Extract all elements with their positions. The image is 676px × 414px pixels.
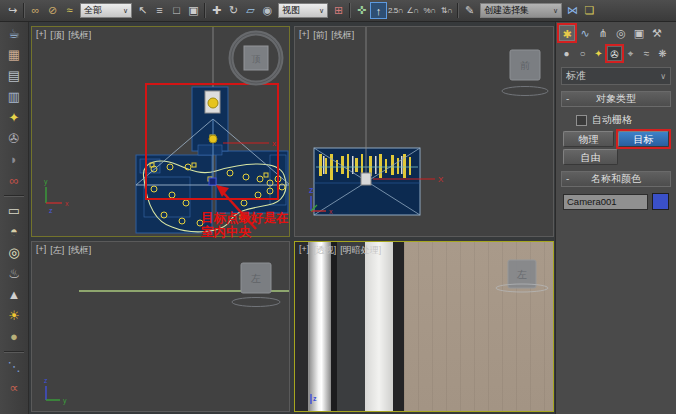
snaps-toggle-button[interactable]: ↑: [370, 2, 387, 19]
viewcube-top[interactable]: 顶: [231, 33, 281, 83]
viewport-view-button[interactable]: [前]: [313, 29, 327, 42]
red-binoculars-icon[interactable]: ∞: [3, 172, 25, 190]
dome-icon[interactable]: ◓: [3, 223, 25, 241]
svg-text:左: 左: [517, 269, 527, 280]
main-toolbar: ↪∞⊘≈全部∨↖≡□▣✚↻▱◉视图∨⊞✜↑2.5∩∠∩%∩⇅∩✎创建选择集∨⋈❏: [0, 0, 676, 22]
class-dropdown[interactable]: 标准 ∨: [561, 67, 671, 85]
viewport-menu-button[interactable]: [+]: [299, 244, 309, 257]
render-elements-icon[interactable]: ▥: [3, 88, 25, 106]
select-object-icon[interactable]: ↖: [134, 2, 151, 19]
object-color-swatch[interactable]: [652, 193, 669, 210]
render-teapot-icon[interactable]: ☕: [3, 25, 25, 43]
autogrid-label: 自动栅格: [592, 113, 632, 127]
svg-text:Z: Z: [309, 187, 314, 194]
render-setup-icon[interactable]: ▦: [3, 46, 25, 64]
select-move-icon[interactable]: ✚: [208, 2, 225, 19]
tab-hierarchy[interactable]: ⋔: [595, 25, 611, 41]
select-scale-icon[interactable]: ▱: [242, 2, 259, 19]
spinner-snap-icon[interactable]: ⇅∩: [438, 2, 455, 19]
mirror-icon[interactable]: ⋈: [564, 2, 581, 19]
named-selection-dropdown[interactable]: 创建选择集∨: [480, 3, 562, 18]
reference-coordinate-dropdown[interactable]: 视图∨: [278, 3, 328, 18]
select-place-icon[interactable]: ◉: [259, 2, 276, 19]
material-editor-icon[interactable]: ▤: [3, 67, 25, 85]
viewcube-left[interactable]: 左: [232, 263, 280, 307]
svg-text:y: y: [63, 397, 67, 405]
physical-camera-button[interactable]: 物理: [563, 131, 614, 147]
viewport-shading-button[interactable]: [线框]: [331, 29, 354, 42]
rollout-name-color-title: 名称和颜色: [591, 173, 641, 184]
category-lights[interactable]: ✦: [591, 46, 606, 61]
dark-sphere-icon[interactable]: ◗: [3, 151, 25, 169]
svg-text:z: z: [44, 377, 48, 384]
select-manipulate-icon[interactable]: ✜: [353, 2, 370, 19]
viewport-shading-button[interactable]: [线框]: [68, 29, 91, 42]
viewport-shading-button[interactable]: [线框]: [68, 244, 91, 257]
tab-motion[interactable]: ◎: [613, 25, 629, 41]
separator: [23, 3, 25, 18]
tab-utilities[interactable]: ⚒: [649, 25, 665, 41]
viewport-left[interactable]: [+] [左] [线框] 左 z y: [31, 241, 290, 412]
viewport-menu-button[interactable]: [+]: [36, 244, 46, 257]
category-cameras[interactable]: ✇: [607, 46, 622, 61]
category-geometry[interactable]: ●: [559, 46, 574, 61]
viewport-view-button[interactable]: [顶]: [50, 29, 64, 42]
category-spacewarps[interactable]: ≈: [639, 46, 654, 61]
bind-spacewarp-icon[interactable]: ≈: [61, 2, 78, 19]
wire-teapot-icon[interactable]: ♨: [3, 265, 25, 283]
ring-icon[interactable]: ◎: [3, 244, 25, 262]
viewport-front[interactable]: [+] [前] [线框]: [294, 26, 554, 237]
camera-target-point: [209, 178, 216, 185]
target-camera-button[interactable]: 目标: [618, 131, 669, 147]
svg-text:x: x: [272, 139, 276, 148]
viewport-view-button[interactable]: [左]: [50, 244, 64, 257]
plane-icon[interactable]: ▭: [3, 202, 25, 220]
viewport-perspective[interactable]: [+] [透视] [明暗处理] 左 z: [294, 241, 554, 412]
edit-selection-sets-icon[interactable]: ✎: [461, 2, 478, 19]
rollout-object-type[interactable]: - 对象类型: [561, 91, 671, 107]
top-view-scene[interactable]: x 顶 y x z: [32, 27, 289, 236]
selection-region-icon[interactable]: □: [168, 2, 185, 19]
viewport-view-button[interactable]: [透视]: [313, 244, 336, 257]
redo-icon[interactable]: ↪: [4, 2, 21, 19]
video-camera-icon[interactable]: ✇: [3, 130, 25, 148]
front-view-scene[interactable]: X 前 Z x: [295, 27, 553, 236]
axis-tripod: y x z: [44, 178, 69, 214]
select-link-icon[interactable]: ∞: [27, 2, 44, 19]
align-icon[interactable]: ❏: [581, 2, 598, 19]
use-pivot-center-icon[interactable]: ⊞: [330, 2, 347, 19]
olive-sphere-icon[interactable]: ●: [3, 328, 25, 346]
rollout-name-color[interactable]: - 名称和颜色: [561, 171, 671, 187]
tab-create[interactable]: ✱: [559, 25, 575, 41]
viewcube-perspective[interactable]: 左: [496, 260, 548, 292]
free-camera-button[interactable]: 自由: [563, 149, 618, 165]
select-rotate-icon[interactable]: ↻: [225, 2, 242, 19]
viewport-top[interactable]: [+] [顶] [线框]: [31, 26, 290, 237]
viewport-menu-button[interactable]: [+]: [36, 29, 46, 42]
unlink-icon[interactable]: ⊘: [44, 2, 61, 19]
window-crossing-icon[interactable]: ▣: [185, 2, 202, 19]
left-view-scene[interactable]: 左 z y: [32, 242, 289, 411]
tab-display[interactable]: ▣: [631, 25, 647, 41]
light-bulb-icon[interactable]: ✦: [3, 109, 25, 127]
molecule-icon[interactable]: ∝: [3, 379, 25, 397]
category-helpers[interactable]: ⌖: [623, 46, 638, 61]
angle-snap-icon[interactable]: ∠∩: [404, 2, 421, 19]
sun-icon[interactable]: ☀: [3, 307, 25, 325]
particle-rain-icon[interactable]: ⋱: [3, 358, 25, 376]
svg-text:z: z: [313, 395, 317, 402]
tab-modify[interactable]: ∿: [577, 25, 593, 41]
percent-snap-icon[interactable]: %∩: [421, 2, 438, 19]
viewport-shading-button[interactable]: [明暗处理]: [340, 244, 381, 257]
category-shapes[interactable]: ○: [575, 46, 590, 61]
viewcube-front[interactable]: 前: [502, 50, 548, 96]
separator: [4, 351, 24, 353]
object-name-field[interactable]: Camera001: [563, 194, 648, 210]
cone-icon[interactable]: ▲: [3, 286, 25, 304]
category-systems[interactable]: ❋: [655, 46, 670, 61]
snap-25-icon[interactable]: 2.5∩: [387, 2, 404, 19]
selection-filter-dropdown[interactable]: 全部∨: [80, 3, 132, 18]
select-by-name-icon[interactable]: ≡: [151, 2, 168, 19]
autogrid-checkbox[interactable]: [576, 115, 587, 126]
viewport-menu-button[interactable]: [+]: [299, 29, 309, 42]
